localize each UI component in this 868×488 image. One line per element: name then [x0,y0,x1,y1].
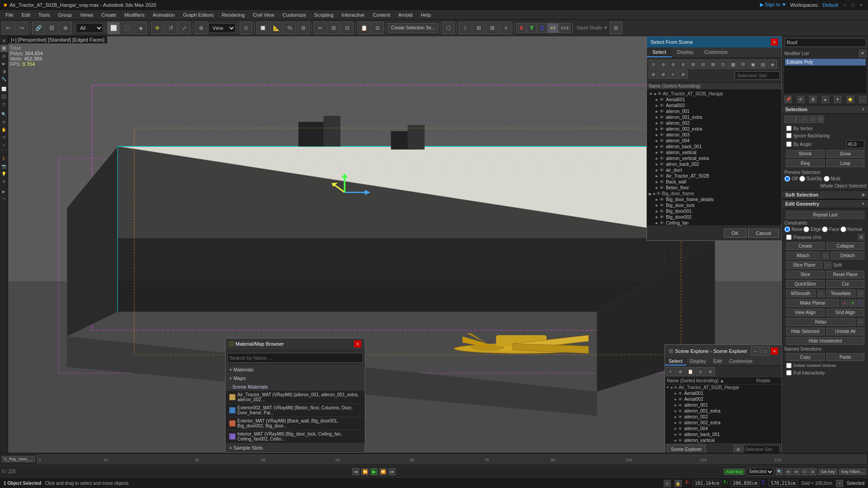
menu-views[interactable]: Views [76,10,97,20]
constraint-face-radio[interactable] [822,226,828,232]
perspective-btn[interactable]: ⊡ [0,101,8,108]
scene-explorer-close[interactable]: × [771,347,778,355]
scene-item-beton-floor[interactable]: ●👁Beton_floor [648,185,781,191]
planar-x-btn[interactable]: X [841,300,848,307]
scene-item-aileron003[interactable]: ●👁aileron_003 [648,132,781,138]
sfs-btn5[interactable]: ⊞ [689,60,698,69]
tab-display[interactable]: Display [672,47,699,57]
maps-header[interactable]: + Maps [226,374,365,382]
coords-lock-btn[interactable]: 🔒 [675,480,682,487]
vray-next-btn[interactable]: V_Ray_Next_... [2,456,35,462]
menu-modifiers[interactable]: Modifiers [121,10,148,20]
mod-move-up-icon[interactable]: ▲ [822,96,829,103]
se-item-aileron-back001[interactable]: ●👁aileron_back_001 [665,432,782,437]
addtime-btn[interactable]: + [836,480,843,487]
material-browser-close[interactable]: × [354,340,361,347]
modifier-stack-input[interactable] [784,38,866,47]
layer-manager[interactable]: 📋 [358,22,370,34]
select-from-scene-close[interactable]: × [771,38,778,46]
menu-civil-view[interactable]: Civil View [249,10,278,20]
menu-file[interactable]: File [2,10,17,20]
ribbon[interactable]: ⊠ [486,22,499,34]
menu-arnold[interactable]: Arnold [395,10,416,20]
bind-button[interactable]: ⊕ [59,22,72,34]
tessellate-checkbox[interactable]: □ [857,290,864,297]
minimize-button[interactable]: ─ [842,2,848,8]
scene-item-ceiling-fan[interactable]: ●👁Ceiling_fan [648,220,781,225]
se-selection-set[interactable] [744,445,780,453]
scene-group-bigdoor[interactable]: ▶ ● 👁Big_door_frame [648,191,781,197]
display-panel-btn[interactable]: ◑ [0,68,8,75]
hide-selected-button[interactable]: Hide Selected [786,328,825,335]
scene-explorer-maximize[interactable]: □ [761,347,770,356]
reset-plane-button[interactable]: Reset Plane [826,271,865,278]
sfs-btn7[interactable]: ⊠ [708,60,717,69]
selection-set-filter[interactable] [735,71,780,80]
se-item-aerial001[interactable]: ●👁Aerial001 [665,390,782,396]
make-planar-button[interactable]: Make Planar [786,299,839,307]
preserve-uvs-checkbox[interactable] [786,235,792,240]
sfs-btn9[interactable]: ▦ [728,60,737,69]
scene-item-bigdoor002[interactable]: ●👁Big_door002 [648,214,781,220]
se-addlayer[interactable]: 📋 [686,367,695,376]
sfs-btn6[interactable]: ⊟ [698,60,708,69]
edit-geometry-header[interactable]: Edit Geometry ▼ [783,199,868,208]
material-item-4[interactable]: Interior_MAT (VRayMtl) [Big_door_lock, C… [226,430,365,443]
unhide-all-button[interactable]: Unhide All [826,328,865,335]
curve-editor[interactable]: ⌇ [459,22,472,34]
constraint-none-radio[interactable] [784,226,790,232]
relax-settings[interactable]: □ [857,319,864,326]
modify-panel-btn[interactable]: ⚙ [0,45,8,52]
se-btn4[interactable]: ⊚ [706,367,715,376]
detach-button[interactable]: Detach [831,252,865,259]
key-filters-btn[interactable]: Key Filters... [839,469,866,475]
mirror-button[interactable]: ⇔ [314,22,326,34]
scene-explorer-minimize[interactable]: ─ [751,347,760,356]
cancel-button[interactable]: Cancel [748,229,779,238]
timeline-scrubber[interactable]: 0 10 25 35 50 60 75 85 100 110 125 [37,455,866,464]
axis-y[interactable]: Y [527,23,537,33]
summary[interactable]: ≡ [500,22,512,34]
sel-border-btn[interactable]: ○ [801,116,808,123]
align-button[interactable]: ⊞ [327,22,340,34]
material-item-3[interactable]: Exterior_MAT (VRayMtl) [Back_wall, Big_d… [226,417,365,430]
sfs-btn16[interactable]: ≡ [669,70,678,79]
modifier-list-dropdown[interactable]: ▼ [859,50,866,57]
sel-poly-btn[interactable]: □ [809,116,816,123]
scene-explorer-list[interactable]: ▼ ● 👁 Air_Tractor_AT_502B_Hangar ●👁Aeria… [665,385,782,443]
maximize-button[interactable]: □ [850,2,856,8]
relax-button[interactable]: Relax [786,318,855,326]
msmooth-checkbox[interactable]: □ [817,290,825,297]
scene-item-bigdoor-lock[interactable]: ●👁Big_door_lock [648,202,781,208]
menu-create[interactable]: Create [98,10,120,20]
sfs-btn3[interactable]: ⊛ [669,60,678,69]
mod-config-icon[interactable]: ⚙ [797,96,804,103]
se-grid-btn[interactable]: ⊞ [734,445,743,453]
axis-z[interactable]: Z [537,23,547,33]
link-button[interactable]: 🔗 [32,22,45,34]
collapse-button[interactable]: Collapse [826,242,865,250]
selection-section-header[interactable]: Selection ▼ [783,105,868,114]
preview-multi-radio[interactable] [824,176,830,182]
shrink-button[interactable]: Shrink [786,150,825,158]
materials-header[interactable]: + Materials [226,366,365,374]
menu-tools[interactable]: Tools [35,10,54,20]
by-angle-value[interactable] [846,140,864,148]
quickslice-button[interactable]: QuickSlice [786,280,825,288]
sfs-btn17[interactable]: ≢ [679,70,688,79]
utilities-panel-btn[interactable]: 🔧 [0,75,8,83]
modifier-editable-poly[interactable]: Editable Poly [785,59,866,66]
spacemouse-btn[interactable]: 🖱 [0,178,8,185]
mod-more-icon[interactable]: … [859,96,866,103]
tab-customize[interactable]: Customize [699,47,733,57]
preview-subobj-radio[interactable] [799,176,805,182]
soft-selection-header[interactable]: Soft Selection ▶ [783,190,868,199]
unlink-button[interactable]: ⛓ [46,22,58,34]
modifier-stack-list[interactable]: Editable Poly [783,58,867,94]
slice-plane-button[interactable]: Slice Plane [786,261,822,269]
mod-pin-icon[interactable]: 📌 [784,96,792,103]
dope-sheet[interactable]: ⊞ [472,22,485,34]
split-checkbox[interactable]: □ [824,262,831,269]
axis-xyz[interactable]: XYZ [559,23,571,33]
menu-help[interactable]: Help [417,10,435,20]
